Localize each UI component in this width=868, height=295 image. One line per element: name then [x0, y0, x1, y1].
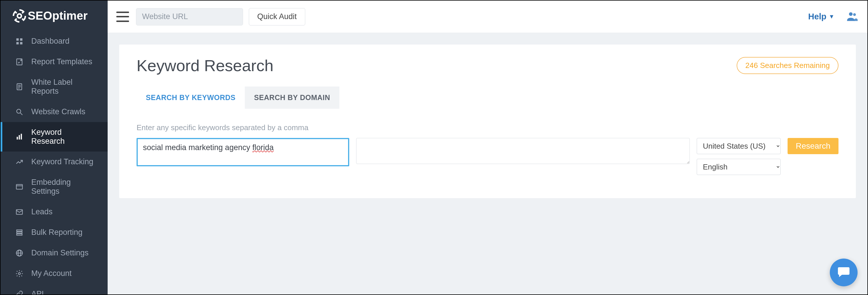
sidebar-item-label: Keyword Tracking: [31, 157, 93, 166]
caret-down-icon: ▼: [829, 13, 834, 20]
svg-point-24: [19, 272, 21, 274]
sidebar: SEOptimer DashboardReport TemplatesWhite…: [1, 1, 107, 294]
svg-rect-18: [17, 230, 22, 231]
sidebar-item-label: Domain Settings: [31, 249, 89, 257]
sidebar-item-domain-settings[interactable]: Domain Settings: [1, 243, 107, 263]
sidebar-item-keyword-tracking[interactable]: Keyword Tracking: [1, 152, 107, 172]
brand-name: SEOptimer: [28, 9, 88, 22]
sidebar-item-embedding-settings[interactable]: Embedding Settings: [1, 172, 107, 202]
svg-rect-19: [17, 232, 22, 233]
chat-launcher-button[interactable]: [830, 259, 858, 286]
logo-icon: [15, 11, 24, 20]
keywords-input-highlight: social media marketing agency florida: [136, 138, 349, 166]
document-icon: [15, 83, 24, 91]
sidebar-item-dashboard[interactable]: Dashboard: [1, 31, 107, 52]
research-button[interactable]: Research: [787, 138, 838, 154]
svg-line-11: [21, 113, 23, 115]
globe-icon: [15, 249, 24, 257]
link-icon: [15, 290, 24, 295]
sidebar-item-label: Bulk Reporting: [31, 228, 83, 237]
embed-icon: [15, 183, 24, 191]
svg-point-26: [849, 12, 852, 15]
searches-remaining-badge: 246 Searches Remaining: [737, 57, 838, 74]
brand-logo[interactable]: SEOptimer: [1, 1, 107, 31]
trend-icon: [15, 158, 24, 166]
svg-rect-2: [20, 38, 22, 40]
sidebar-item-keyword-research[interactable]: Keyword Research: [1, 122, 107, 152]
svg-rect-3: [17, 42, 19, 44]
sidebar-item-label: White Label Reports: [31, 78, 96, 96]
sidebar-item-label: Leads: [31, 207, 53, 216]
sidebar-item-label: My Account: [31, 269, 72, 278]
svg-rect-14: [21, 134, 22, 140]
sidebar-item-white-label-reports[interactable]: White Label Reports: [1, 72, 107, 101]
nav-list: DashboardReport TemplatesWhite Label Rep…: [1, 31, 107, 295]
sidebar-item-api[interactable]: API: [1, 284, 107, 295]
svg-rect-4: [20, 42, 22, 44]
keywords-overflow-area[interactable]: [356, 138, 690, 164]
help-dropdown[interactable]: Help ▼: [808, 12, 834, 22]
main: Quick Audit Help ▼ Keyword Research 246 …: [107, 1, 867, 294]
sidebar-item-label: Keyword Research: [31, 128, 96, 146]
template-icon: [15, 58, 24, 66]
sidebar-item-label: Website Crawls: [31, 107, 85, 116]
tabs: SEARCH BY KEYWORDS SEARCH BY DOMAIN: [136, 87, 838, 109]
svg-rect-15: [17, 185, 23, 189]
sidebar-item-website-crawls[interactable]: Website Crawls: [1, 101, 107, 122]
svg-rect-20: [17, 234, 22, 235]
svg-point-10: [17, 109, 21, 113]
language-select[interactable]: English: [697, 159, 781, 175]
sidebar-item-label: Embedding Settings: [31, 178, 96, 196]
menu-toggle-button[interactable]: [116, 11, 129, 22]
chat-icon: [837, 265, 850, 280]
website-url-input[interactable]: [136, 8, 243, 26]
sidebar-item-bulk-reporting[interactable]: Bulk Reporting: [1, 222, 107, 243]
svg-rect-12: [17, 137, 18, 139]
keywords-text-prefix: social media marketing agency: [143, 143, 252, 152]
page-title: Keyword Research: [136, 56, 273, 75]
sidebar-item-label: API: [31, 290, 44, 295]
country-select[interactable]: United States (US): [697, 138, 781, 154]
panel: Keyword Research 246 Searches Remaining …: [119, 44, 856, 198]
svg-point-0: [18, 14, 22, 18]
form-hint: Enter any specific keywords separated by…: [136, 123, 838, 132]
users-icon[interactable]: [846, 10, 859, 24]
sidebar-item-label: Dashboard: [31, 37, 69, 46]
bar-chart-icon: [15, 132, 24, 141]
svg-point-27: [853, 13, 856, 16]
magnifier-icon: [15, 107, 24, 116]
keywords-text-wavy: florida: [252, 143, 274, 152]
quick-audit-button[interactable]: Quick Audit: [249, 8, 305, 26]
svg-rect-1: [17, 38, 19, 40]
mail-icon: [15, 208, 24, 216]
gear-icon: [15, 269, 24, 278]
tab-search-by-domain[interactable]: SEARCH BY DOMAIN: [245, 87, 339, 109]
dashboard-icon: [15, 37, 24, 46]
sidebar-item-leads[interactable]: Leads: [1, 202, 107, 222]
sidebar-item-my-account[interactable]: My Account: [1, 263, 107, 284]
sidebar-item-label: Report Templates: [31, 57, 92, 66]
help-label: Help: [808, 12, 826, 22]
stack-icon: [15, 228, 24, 237]
keywords-input[interactable]: social media marketing agency florida: [139, 140, 347, 164]
svg-rect-13: [19, 135, 20, 139]
topbar: Quick Audit Help ▼: [107, 1, 867, 33]
sidebar-item-report-templates[interactable]: Report Templates: [1, 52, 107, 72]
tab-search-by-keywords[interactable]: SEARCH BY KEYWORDS: [136, 87, 245, 109]
